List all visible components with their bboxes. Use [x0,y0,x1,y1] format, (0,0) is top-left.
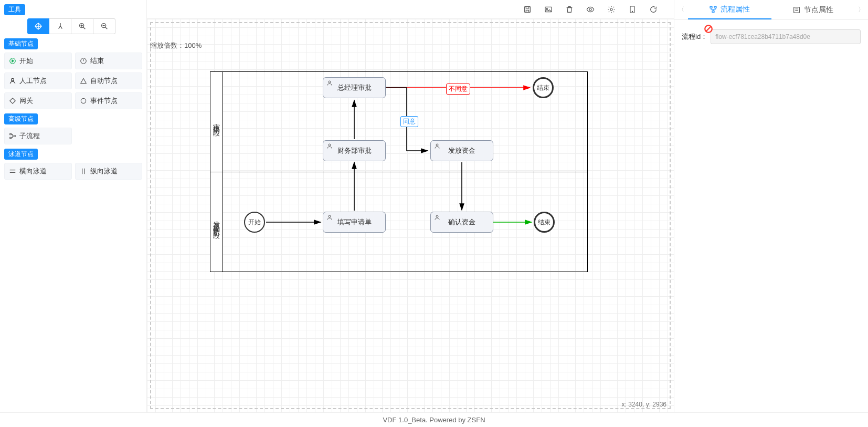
delete-button[interactable] [565,5,574,14]
palette-item-circle[interactable]: 事件节点 [75,92,143,109]
node-end-complete[interactable]: 结束 [534,212,555,233]
svg-point-21 [329,144,331,146]
vlane-icon [80,168,87,175]
section-tag: 泳道节点 [4,149,38,160]
palette-item-hlane[interactable]: 横向泳道 [4,163,72,180]
palette-grid: 子流程 [4,128,142,144]
node-confirm-funds[interactable]: 确认资金 [430,212,493,233]
flow-id-input[interactable] [711,29,861,44]
node-finance-approval[interactable]: 财务部审批 [323,140,386,161]
lane-body-initiate[interactable]: 开始 填写申请单 确认资金 [223,172,587,272]
svg-rect-6 [10,133,12,134]
palette-item-label: 横向泳道 [19,166,47,176]
lane-initiate[interactable]: 发起确认阶段 开始 [210,172,587,272]
tab-prev[interactable]: 〈 [674,5,688,14]
palette-item-play[interactable]: 开始 [4,53,72,69]
image-button[interactable] [544,5,553,14]
zoom-label: 缩放倍数：100% [150,41,202,50]
node-label: 财务部审批 [337,146,372,155]
flow-id-row: 流程id： [674,20,868,54]
palette-item-label: 自动节点 [90,76,118,86]
zoom-in-icon [78,22,87,30]
swimlane-pool[interactable]: 审批阶段 [210,71,588,272]
lane-header-approval[interactable]: 审批阶段 [210,72,223,172]
palette-item-vlane[interactable]: 纵向泳道 [75,163,143,180]
tab-next[interactable]: 〉 [854,5,868,14]
lane-header-initiate[interactable]: 发起确认阶段 [210,172,223,272]
tab-node-props[interactable]: 节点属性 [771,0,855,19]
tab-label: 节点属性 [804,5,833,15]
circle-icon [80,97,87,105]
play-icon [9,57,16,65]
image-icon [544,5,553,14]
eye-icon [586,5,595,14]
node-gm-approval[interactable]: 总经理审批 [323,77,386,98]
file-button[interactable] [628,5,637,14]
palette-grid: 横向泳道纵向泳道 [4,163,142,180]
svg-point-28 [436,215,438,217]
move-icon [34,22,43,30]
right-panel: 〈 流程属性 节点属性 〉 流程id： [674,0,868,412]
palette-item-label: 事件节点 [90,96,118,106]
svg-point-12 [589,8,591,11]
palette-item-subflow[interactable]: 子流程 [4,128,72,144]
palette-item-triangle[interactable]: 自动节点 [75,72,143,89]
save-button[interactable] [523,5,532,14]
svg-point-5 [81,98,86,103]
zoom-out-button[interactable] [93,18,115,34]
node-issue-funds[interactable]: 发放资金 [430,140,493,161]
svg-point-22 [436,144,438,146]
lane-body-approval[interactable]: 总经理审批 财务部审批 发放资金 [223,72,587,172]
canvas-area: 缩放倍数：100% 审批阶段 [147,0,674,412]
power-icon [80,57,87,65]
preview-button[interactable] [586,5,595,14]
hlane-icon [9,168,16,175]
move-tool-button[interactable] [27,18,49,34]
edge-label-agree[interactable]: 同意 [400,116,418,127]
branch-icon [56,22,65,30]
tab-flow-props[interactable]: 流程属性 [688,0,771,19]
file-icon [628,5,637,14]
svg-point-4 [12,78,14,81]
gear-icon [607,5,616,14]
person-icon [9,77,16,85]
node-start[interactable]: 开始 [244,212,265,233]
section-tag: 基础节点 [4,38,38,49]
svg-rect-29 [710,6,712,8]
palette-item-diamond[interactable]: 网关 [4,92,72,109]
svg-point-13 [610,8,612,11]
lane-approval[interactable]: 审批阶段 [210,72,587,172]
node-icon [792,6,801,14]
palette-item-power[interactable]: 结束 [75,53,143,69]
node-fill-application[interactable]: 填写申请单 [323,212,386,233]
tool-button-group [27,18,142,34]
node-end-reject[interactable]: 结束 [533,77,554,98]
node-label: 填写申请单 [337,217,372,227]
tools-tag: 工具 [4,4,25,15]
person-icon [326,143,333,151]
property-tabs: 〈 流程属性 节点属性 〉 [674,0,868,20]
refresh-button[interactable] [649,5,658,14]
zoom-in-button[interactable] [71,18,93,34]
svg-rect-9 [525,6,531,12]
palette-item-label: 纵向泳道 [90,166,118,176]
settings-button[interactable] [607,5,616,14]
palette-grid: 开始结束人工节点自动节点网关事件节点 [4,53,142,109]
top-toolbar [147,0,674,19]
node-label: 开始 [248,218,261,227]
palette-item-label: 开始 [19,56,33,66]
cursor-coords: x: 3240, y: 2936 [622,401,666,408]
node-label: 发放资金 [448,146,475,155]
palette-item-label: 网关 [19,96,33,106]
edge-label-disagree[interactable]: 不同意 [446,84,470,95]
refresh-icon [649,5,658,14]
palette-item-person[interactable]: 人工节点 [4,72,72,89]
triangle-icon [80,77,87,85]
palette-item-label: 结束 [90,56,104,66]
footer: VDF 1.0_Beta. Powered by ZSFN [0,412,868,427]
svg-point-27 [329,215,331,217]
zoom-out-icon [100,22,109,30]
save-icon [523,5,532,14]
branch-tool-button[interactable] [49,18,71,34]
canvas[interactable]: 缩放倍数：100% 审批阶段 [147,19,674,412]
